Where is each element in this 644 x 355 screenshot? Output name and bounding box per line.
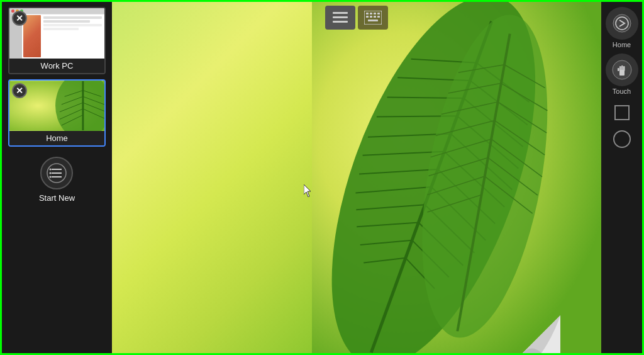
- mouse-cursor: [304, 184, 314, 197]
- svg-rect-54: [374, 16, 376, 18]
- svg-rect-84: [618, 68, 619, 71]
- square-icon: [614, 105, 630, 120]
- session-card-work-pc[interactable]: ✕: [8, 7, 106, 74]
- rdp-icon: [613, 14, 631, 33]
- svg-point-76: [50, 176, 52, 178]
- home-button-label: Home: [613, 41, 631, 48]
- rdp-icon-button[interactable]: [606, 7, 638, 40]
- touch-button-label: Touch: [613, 87, 631, 95]
- svg-rect-82: [621, 65, 623, 71]
- svg-rect-44: [333, 12, 348, 14]
- svg-point-59: [55, 81, 104, 131]
- hamburger-icon: [333, 12, 348, 23]
- svg-point-75: [50, 172, 52, 174]
- svg-rect-51: [377, 13, 380, 14]
- list-icon: [47, 163, 67, 183]
- menu-button[interactable]: [325, 6, 355, 30]
- left-sidebar: ✕: [2, 2, 112, 355]
- session-card-home[interactable]: ✕: [8, 79, 106, 147]
- keyboard-button[interactable]: [358, 6, 388, 30]
- start-new-label: Start New: [39, 193, 75, 203]
- close-icon: ✕: [16, 86, 23, 95]
- svg-rect-52: [366, 16, 369, 18]
- touch-icon: [612, 60, 632, 80]
- svg-rect-46: [333, 21, 348, 23]
- svg-rect-48: [366, 13, 369, 14]
- touch-button[interactable]: Touch: [606, 54, 638, 95]
- svg-rect-83: [623, 66, 625, 71]
- home-label: Home: [9, 131, 104, 145]
- svg-rect-81: [619, 66, 621, 71]
- top-toolbar: [321, 2, 392, 33]
- right-sidebar: Home Touch: [601, 2, 642, 355]
- page-curl: [523, 315, 560, 353]
- svg-point-74: [50, 169, 52, 171]
- home-rdp-button[interactable]: Home: [606, 7, 638, 48]
- start-new-icon: [40, 157, 73, 189]
- work-pc-label: Work PC: [9, 59, 104, 73]
- start-new-button[interactable]: Start New: [39, 157, 75, 203]
- svg-rect-50: [374, 13, 376, 14]
- circle-icon: [613, 130, 631, 148]
- square-button[interactable]: [614, 105, 630, 120]
- svg-rect-49: [370, 13, 372, 14]
- circle-button[interactable]: [613, 130, 631, 148]
- svg-rect-55: [377, 16, 380, 18]
- leaf-background: [312, 2, 601, 353]
- svg-marker-57: [304, 184, 311, 197]
- svg-rect-56: [368, 20, 378, 21]
- close-work-pc-button[interactable]: ✕: [12, 11, 27, 26]
- close-icon: ✕: [16, 14, 23, 23]
- touch-icon-button[interactable]: [606, 54, 638, 86]
- svg-rect-53: [370, 16, 372, 18]
- svg-rect-45: [333, 16, 348, 18]
- close-home-button[interactable]: ✕: [12, 83, 27, 98]
- keyboard-icon: [364, 11, 382, 25]
- main-content-area: [112, 2, 601, 353]
